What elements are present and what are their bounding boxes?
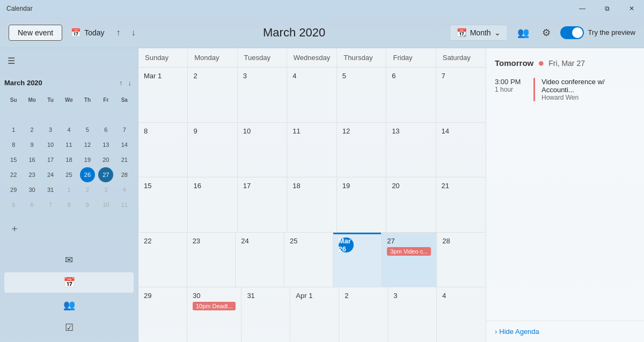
mini-day[interactable]	[61, 107, 76, 122]
mini-day[interactable]: 1	[61, 182, 76, 197]
mini-day[interactable]	[6, 107, 21, 122]
mini-day[interactable]: 3	[43, 122, 58, 137]
cal-cell-mar12[interactable]: 12	[337, 123, 386, 177]
mini-day[interactable]: 7	[117, 122, 132, 137]
mini-day[interactable]: 12	[80, 137, 95, 152]
cal-cell-mar16[interactable]: 16	[188, 177, 237, 232]
people-nav-button[interactable]: 👥	[4, 295, 134, 315]
mini-day[interactable]: 11	[61, 137, 76, 152]
add-calendar-button[interactable]: ＋	[6, 219, 23, 238]
calendar-nav-button[interactable]: 📅	[4, 272, 134, 293]
settings-button[interactable]: ⚙	[539, 25, 554, 41]
mini-day[interactable]: 10	[98, 197, 113, 212]
mini-day[interactable]: 22	[6, 167, 21, 182]
close-button[interactable]: ✕	[619, 0, 644, 17]
mini-day[interactable]: 10	[43, 137, 58, 152]
mini-next-button[interactable]: ↓	[126, 78, 134, 88]
mini-day[interactable]: 23	[25, 167, 40, 182]
mini-day[interactable]: 7	[43, 197, 58, 212]
mini-day[interactable]: 24	[43, 167, 58, 182]
mini-day[interactable]: 20	[98, 152, 113, 167]
people-button[interactable]: 👥	[514, 25, 532, 41]
cal-cell-mar11[interactable]: 11	[287, 123, 336, 177]
cal-cell-mar22[interactable]: 22	[138, 233, 187, 287]
mail-nav-button[interactable]: ✉	[4, 250, 134, 270]
tasks-nav-button[interactable]: ☑	[4, 317, 134, 338]
mini-day[interactable]: 6	[25, 197, 40, 212]
cal-cell-mar17[interactable]: 17	[238, 177, 287, 232]
cal-cell-mar4[interactable]: 4	[287, 68, 336, 122]
cal-cell-mar24[interactable]: 24	[236, 233, 284, 287]
cal-cell-mar25[interactable]: 25	[284, 233, 333, 287]
cal-cell-mar20[interactable]: 20	[386, 177, 436, 232]
mini-day[interactable]: 9	[80, 197, 95, 212]
mini-day[interactable]: 31	[43, 182, 58, 197]
mini-day[interactable]: 14	[117, 137, 132, 152]
mini-day[interactable]: 3	[98, 182, 113, 197]
cal-cell-mar8[interactable]: 8	[138, 123, 188, 177]
cal-cell-apr3[interactable]: 3	[388, 287, 437, 342]
mini-day[interactable]: 17	[43, 152, 58, 167]
mini-day[interactable]: 5	[80, 122, 95, 137]
mini-day[interactable]	[25, 107, 40, 122]
mini-day[interactable]: 29	[6, 182, 21, 197]
mini-day[interactable]: 4	[117, 182, 132, 197]
cal-cell-mar13[interactable]: 13	[386, 123, 436, 177]
mini-day[interactable]: 6	[98, 122, 113, 137]
next-button[interactable]: ↓	[128, 26, 139, 40]
mini-day[interactable]	[117, 107, 132, 122]
maximize-button[interactable]: ⧉	[595, 0, 619, 17]
mini-day[interactable]	[80, 107, 95, 122]
cal-cell-apr4[interactable]: 4	[437, 287, 486, 342]
cal-cell-mar2[interactable]: 2	[188, 68, 237, 122]
mini-day[interactable]: 13	[98, 137, 113, 152]
mini-day[interactable]: 2	[80, 182, 95, 197]
cal-cell-mar10[interactable]: 10	[238, 123, 287, 177]
cal-cell-apr2[interactable]: 2	[339, 287, 388, 342]
mini-day[interactable]: 11	[117, 197, 132, 212]
mini-day[interactable]: 15	[6, 152, 21, 167]
cal-cell-mar27-selected[interactable]: 27 3pm Video c...	[382, 233, 437, 287]
mini-day[interactable]: 2	[25, 122, 40, 137]
mini-day[interactable]: 8	[61, 197, 76, 212]
agenda-event-item[interactable]: 3:00 PM 1 hour Video conference w/ Accou…	[486, 73, 644, 106]
mini-day[interactable]: 25	[61, 167, 76, 182]
cal-cell-mar9[interactable]: 9	[188, 123, 237, 177]
new-event-button[interactable]: New event	[9, 25, 62, 41]
mini-day[interactable]: 30	[25, 182, 40, 197]
preview-toggle[interactable]	[560, 26, 584, 39]
today-button[interactable]: 📅 Today	[67, 26, 108, 40]
mini-day[interactable]: 18	[61, 152, 76, 167]
mini-day[interactable]: 21	[117, 152, 132, 167]
mini-day[interactable]	[98, 107, 113, 122]
event-chip-deadline[interactable]: 10pm Deadl...	[193, 302, 236, 310]
cal-cell-mar15[interactable]: 15	[138, 177, 188, 232]
prev-button[interactable]: ↑	[113, 26, 124, 40]
cal-cell-mar6[interactable]: 6	[386, 68, 436, 122]
event-chip-video-conf[interactable]: 3pm Video c...	[387, 247, 431, 256]
cal-cell-mar29[interactable]: 29	[138, 287, 187, 342]
mini-day[interactable]	[43, 107, 58, 122]
mini-day[interactable]: 1	[6, 122, 21, 137]
cal-cell-mar19[interactable]: 19	[337, 177, 386, 232]
cal-cell-mar3[interactable]: 3	[238, 68, 287, 122]
hide-agenda-button[interactable]: › Hide Agenda	[495, 328, 539, 336]
mini-day[interactable]: 28	[117, 167, 132, 182]
mini-day-selected[interactable]: 27	[98, 167, 113, 182]
cal-cell-mar7[interactable]: 7	[436, 68, 486, 122]
minimize-button[interactable]: —	[570, 0, 595, 17]
mini-day[interactable]: 4	[61, 122, 76, 137]
mini-prev-button[interactable]: ↑	[117, 78, 125, 88]
mini-day[interactable]: 19	[80, 152, 95, 167]
cal-cell-mar18[interactable]: 18	[287, 177, 336, 232]
mini-day[interactable]: 5	[6, 197, 21, 212]
cal-cell-mar26-today[interactable]: Mar 26	[333, 233, 382, 287]
cal-cell-mar30[interactable]: 30 10pm Deadl...	[187, 287, 241, 342]
cal-cell-mar1[interactable]: Mar 1	[138, 68, 188, 122]
cal-cell-mar21[interactable]: 21	[436, 177, 486, 232]
mini-day[interactable]: 16	[25, 152, 40, 167]
cal-cell-mar23[interactable]: 23	[187, 233, 236, 287]
cal-cell-mar31[interactable]: 31	[241, 287, 290, 342]
cal-cell-mar14[interactable]: 14	[436, 123, 486, 177]
cal-cell-mar5[interactable]: 5	[337, 68, 386, 122]
